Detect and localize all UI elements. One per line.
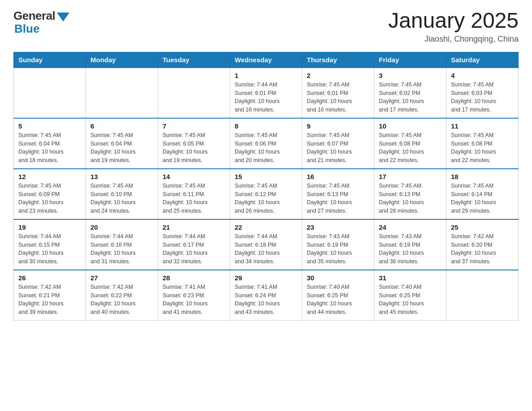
day-info: Sunrise: 7:45 AM Sunset: 6:14 PM Dayligh… bbox=[451, 182, 514, 215]
calendar-cell: 27Sunrise: 7:42 AM Sunset: 6:22 PM Dayli… bbox=[86, 270, 158, 321]
day-info: Sunrise: 7:45 AM Sunset: 6:04 PM Dayligh… bbox=[18, 131, 81, 165]
day-info: Sunrise: 7:43 AM Sunset: 6:19 PM Dayligh… bbox=[379, 232, 442, 266]
day-info: Sunrise: 7:45 AM Sunset: 6:07 PM Dayligh… bbox=[307, 131, 369, 165]
day-number: 28 bbox=[163, 274, 225, 282]
month-year-title: January 2025 bbox=[388, 9, 519, 33]
day-number: 6 bbox=[90, 122, 153, 130]
calendar-cell: 16Sunrise: 7:45 AM Sunset: 6:13 PM Dayli… bbox=[302, 169, 374, 219]
day-number: 5 bbox=[18, 122, 81, 130]
day-info: Sunrise: 7:44 AM Sunset: 6:15 PM Dayligh… bbox=[18, 232, 81, 266]
calendar-cell: 15Sunrise: 7:45 AM Sunset: 6:12 PM Dayli… bbox=[230, 169, 302, 219]
day-number: 23 bbox=[307, 223, 369, 231]
calendar-cell: 14Sunrise: 7:45 AM Sunset: 6:11 PM Dayli… bbox=[158, 169, 230, 219]
calendar-cell bbox=[158, 68, 230, 118]
calendar-cell: 20Sunrise: 7:44 AM Sunset: 6:16 PM Dayli… bbox=[86, 219, 158, 270]
calendar-cell: 30Sunrise: 7:40 AM Sunset: 6:25 PM Dayli… bbox=[302, 270, 374, 321]
day-number: 25 bbox=[451, 223, 514, 231]
calendar-table: SundayMondayTuesdayWednesdayThursdayFrid… bbox=[13, 52, 519, 321]
day-info: Sunrise: 7:45 AM Sunset: 6:05 PM Dayligh… bbox=[163, 131, 225, 165]
calendar-cell bbox=[446, 270, 519, 321]
day-info: Sunrise: 7:45 AM Sunset: 6:10 PM Dayligh… bbox=[90, 182, 153, 215]
weekday-header: Friday bbox=[374, 52, 446, 68]
day-number: 14 bbox=[163, 173, 225, 180]
day-number: 20 bbox=[90, 223, 153, 231]
day-number: 4 bbox=[451, 72, 514, 79]
day-info: Sunrise: 7:42 AM Sunset: 6:22 PM Dayligh… bbox=[90, 283, 153, 317]
day-number: 15 bbox=[235, 173, 297, 180]
week-row: 12Sunrise: 7:45 AM Sunset: 6:09 PM Dayli… bbox=[14, 169, 519, 219]
calendar-cell: 11Sunrise: 7:45 AM Sunset: 6:08 PM Dayli… bbox=[446, 118, 519, 169]
day-number: 22 bbox=[235, 223, 297, 231]
day-number: 19 bbox=[18, 223, 81, 231]
calendar-cell: 19Sunrise: 7:44 AM Sunset: 6:15 PM Dayli… bbox=[14, 219, 86, 270]
day-number: 31 bbox=[379, 274, 442, 282]
calendar-cell: 28Sunrise: 7:41 AM Sunset: 6:23 PM Dayli… bbox=[158, 270, 230, 321]
day-info: Sunrise: 7:45 AM Sunset: 6:13 PM Dayligh… bbox=[379, 182, 442, 215]
day-number: 12 bbox=[18, 173, 81, 180]
weekday-header: Wednesday bbox=[230, 52, 302, 68]
day-info: Sunrise: 7:44 AM Sunset: 6:01 PM Dayligh… bbox=[235, 81, 297, 114]
day-info: Sunrise: 7:45 AM Sunset: 6:03 PM Dayligh… bbox=[451, 81, 514, 114]
weekday-header: Monday bbox=[86, 52, 158, 68]
calendar-cell: 21Sunrise: 7:44 AM Sunset: 6:17 PM Dayli… bbox=[158, 219, 230, 270]
calendar-cell: 2Sunrise: 7:45 AM Sunset: 6:01 PM Daylig… bbox=[302, 68, 374, 118]
calendar-cell: 10Sunrise: 7:45 AM Sunset: 6:08 PM Dayli… bbox=[374, 118, 446, 169]
day-info: Sunrise: 7:41 AM Sunset: 6:23 PM Dayligh… bbox=[163, 283, 225, 317]
day-number: 10 bbox=[379, 122, 442, 130]
day-number: 2 bbox=[307, 72, 369, 79]
day-info: Sunrise: 7:42 AM Sunset: 6:20 PM Dayligh… bbox=[451, 232, 514, 266]
calendar-cell: 29Sunrise: 7:41 AM Sunset: 6:24 PM Dayli… bbox=[230, 270, 302, 321]
calendar-cell: 31Sunrise: 7:40 AM Sunset: 6:25 PM Dayli… bbox=[374, 270, 446, 321]
calendar-cell: 8Sunrise: 7:45 AM Sunset: 6:06 PM Daylig… bbox=[230, 118, 302, 169]
location-text: Jiaoshi, Chongqing, China bbox=[388, 34, 519, 44]
logo-general-text: General bbox=[13, 9, 55, 23]
day-number: 13 bbox=[90, 173, 153, 180]
calendar-cell: 12Sunrise: 7:45 AM Sunset: 6:09 PM Dayli… bbox=[14, 169, 86, 219]
calendar-cell: 26Sunrise: 7:42 AM Sunset: 6:21 PM Dayli… bbox=[14, 270, 86, 321]
calendar-cell bbox=[86, 68, 158, 118]
day-info: Sunrise: 7:45 AM Sunset: 6:09 PM Dayligh… bbox=[18, 182, 81, 215]
day-info: Sunrise: 7:40 AM Sunset: 6:25 PM Dayligh… bbox=[307, 283, 369, 317]
day-number: 26 bbox=[18, 274, 81, 282]
calendar-cell bbox=[14, 68, 86, 118]
day-info: Sunrise: 7:45 AM Sunset: 6:12 PM Dayligh… bbox=[235, 182, 297, 215]
week-row: 1Sunrise: 7:44 AM Sunset: 6:01 PM Daylig… bbox=[14, 68, 519, 118]
week-row: 5Sunrise: 7:45 AM Sunset: 6:04 PM Daylig… bbox=[14, 118, 519, 169]
logo-arrow-icon bbox=[57, 13, 69, 21]
weekday-header-row: SundayMondayTuesdayWednesdayThursdayFrid… bbox=[14, 52, 519, 68]
day-number: 1 bbox=[235, 72, 297, 79]
day-number: 21 bbox=[163, 223, 225, 231]
calendar-cell: 25Sunrise: 7:42 AM Sunset: 6:20 PM Dayli… bbox=[446, 219, 519, 270]
day-info: Sunrise: 7:40 AM Sunset: 6:25 PM Dayligh… bbox=[379, 283, 442, 317]
calendar-cell: 5Sunrise: 7:45 AM Sunset: 6:04 PM Daylig… bbox=[14, 118, 86, 169]
calendar-cell: 22Sunrise: 7:44 AM Sunset: 6:18 PM Dayli… bbox=[230, 219, 302, 270]
day-number: 18 bbox=[451, 173, 514, 180]
day-number: 9 bbox=[307, 122, 369, 130]
day-info: Sunrise: 7:45 AM Sunset: 6:06 PM Dayligh… bbox=[235, 131, 297, 165]
calendar-cell: 1Sunrise: 7:44 AM Sunset: 6:01 PM Daylig… bbox=[230, 68, 302, 118]
title-section: January 2025 Jiaoshi, Chongqing, China bbox=[388, 9, 519, 44]
calendar-cell: 17Sunrise: 7:45 AM Sunset: 6:13 PM Dayli… bbox=[374, 169, 446, 219]
weekday-header: Sunday bbox=[14, 52, 86, 68]
day-info: Sunrise: 7:44 AM Sunset: 6:18 PM Dayligh… bbox=[235, 232, 297, 266]
day-number: 29 bbox=[235, 274, 297, 282]
day-number: 11 bbox=[451, 122, 514, 130]
calendar-cell: 13Sunrise: 7:45 AM Sunset: 6:10 PM Dayli… bbox=[86, 169, 158, 219]
day-info: Sunrise: 7:45 AM Sunset: 6:04 PM Dayligh… bbox=[90, 131, 153, 165]
day-number: 8 bbox=[235, 122, 297, 130]
weekday-header: Thursday bbox=[302, 52, 374, 68]
day-number: 30 bbox=[307, 274, 369, 282]
calendar-cell: 24Sunrise: 7:43 AM Sunset: 6:19 PM Dayli… bbox=[374, 219, 446, 270]
day-number: 16 bbox=[307, 173, 369, 180]
day-number: 27 bbox=[90, 274, 153, 282]
day-info: Sunrise: 7:43 AM Sunset: 6:19 PM Dayligh… bbox=[307, 232, 369, 266]
day-number: 17 bbox=[379, 173, 442, 180]
day-info: Sunrise: 7:44 AM Sunset: 6:16 PM Dayligh… bbox=[90, 232, 153, 266]
day-info: Sunrise: 7:45 AM Sunset: 6:13 PM Dayligh… bbox=[307, 182, 369, 215]
day-info: Sunrise: 7:45 AM Sunset: 6:01 PM Dayligh… bbox=[307, 81, 369, 114]
week-row: 26Sunrise: 7:42 AM Sunset: 6:21 PM Dayli… bbox=[14, 270, 519, 321]
calendar-cell: 6Sunrise: 7:45 AM Sunset: 6:04 PM Daylig… bbox=[86, 118, 158, 169]
calendar-cell: 18Sunrise: 7:45 AM Sunset: 6:14 PM Dayli… bbox=[446, 169, 519, 219]
day-info: Sunrise: 7:45 AM Sunset: 6:08 PM Dayligh… bbox=[451, 131, 514, 165]
day-info: Sunrise: 7:45 AM Sunset: 6:02 PM Dayligh… bbox=[379, 81, 442, 114]
